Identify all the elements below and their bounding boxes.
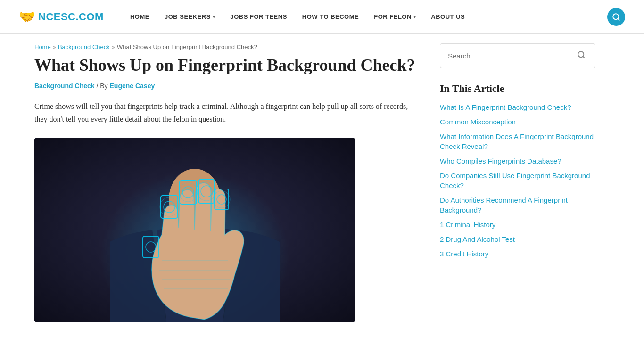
- toc-item-2[interactable]: What Information Does A Fingerprint Back…: [440, 132, 595, 151]
- toc-item-0[interactable]: What Is A Fingerprint Background Check?: [440, 102, 595, 112]
- breadcrumb-current: What Shows Up on Fingerprint Background …: [117, 43, 257, 50]
- toc-item-6[interactable]: 1 Criminal History: [440, 220, 595, 230]
- breadcrumb-home[interactable]: Home: [34, 43, 51, 50]
- site-header: 🤝 NCESC.COM HOMEJOB SEEKERS ▾JOBS FOR TE…: [0, 0, 644, 34]
- toc-section: In This Article What Is A Fingerprint Ba…: [440, 82, 595, 259]
- breadcrumb-sep2: »: [112, 43, 115, 50]
- nav-item-home[interactable]: HOME: [123, 13, 157, 20]
- breadcrumb: Home » Background Check » What Shows Up …: [34, 43, 421, 50]
- article-meta-sep: / By: [96, 82, 109, 90]
- nav-item-how-to-become[interactable]: HOW TO BECOME: [295, 13, 366, 20]
- article-category-link[interactable]: Background Check: [34, 82, 95, 90]
- toc-item-3[interactable]: Who Compiles Fingerprints Database?: [440, 156, 595, 166]
- toc-title: In This Article: [440, 82, 595, 95]
- content-area: Home » Background Check » What Shows Up …: [34, 43, 421, 322]
- logo-text: NCESC.COM: [38, 11, 104, 23]
- chevron-down-icon: ▾: [213, 14, 215, 19]
- svg-line-1: [618, 18, 619, 20]
- article-title: What Shows Up on Fingerprint Background …: [34, 55, 421, 75]
- main-layout: Home » Background Check » What Shows Up …: [16, 34, 628, 331]
- toc-item-5[interactable]: Do Authorities Recommend A Fingerprint B…: [440, 195, 595, 215]
- nav-item-job-seekers[interactable]: JOB SEEKERS ▾: [157, 13, 223, 20]
- site-logo[interactable]: 🤝 NCESC.COM: [19, 9, 104, 25]
- nav-item-about-us[interactable]: ABOUT US: [423, 13, 472, 20]
- article-intro: Crime shows will tell you that fingerpri…: [34, 100, 421, 125]
- article-author-link[interactable]: Eugene Casey: [110, 82, 155, 90]
- svg-line-25: [583, 56, 584, 58]
- toc-list: What Is A Fingerprint Background Check?C…: [440, 102, 595, 259]
- article-image: [34, 138, 355, 322]
- article-meta: Background Check / By Eugene Casey: [34, 82, 421, 90]
- search-widget: [440, 43, 595, 68]
- toc-item-8[interactable]: 3 Credit History: [440, 249, 595, 259]
- logo-icon: 🤝: [19, 9, 35, 25]
- toc-item-4[interactable]: Do Companies Still Use Fingerprint Backg…: [440, 171, 595, 190]
- search-input[interactable]: [448, 52, 575, 60]
- nav-item-for-felon[interactable]: FOR FELON ▾: [366, 13, 423, 20]
- breadcrumb-category[interactable]: Background Check: [58, 43, 110, 50]
- nav-item-jobs-for-teens[interactable]: JOBS FOR TEENS: [223, 13, 294, 20]
- header-search-icon[interactable]: [607, 8, 625, 26]
- toc-item-1[interactable]: Common Misconception: [440, 117, 595, 127]
- main-nav: HOMEJOB SEEKERS ▾JOBS FOR TEENSHOW TO BE…: [123, 13, 607, 20]
- toc-item-7[interactable]: 2 Drug And Alcohol Test: [440, 234, 595, 244]
- breadcrumb-sep1: »: [53, 43, 56, 50]
- sidebar: In This Article What Is A Fingerprint Ba…: [440, 43, 595, 322]
- search-submit-button[interactable]: [575, 50, 587, 61]
- chevron-down-icon: ▾: [413, 14, 416, 19]
